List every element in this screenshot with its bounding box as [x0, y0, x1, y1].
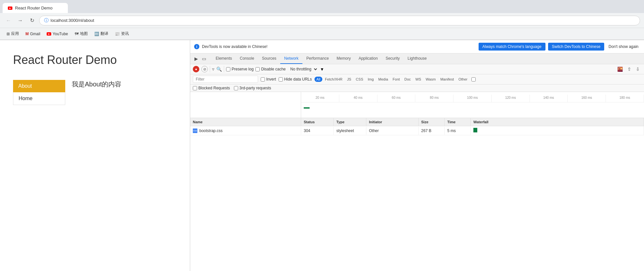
bookmark-youtube[interactable]: YouTube	[44, 31, 70, 37]
address-bar[interactable]: ⓘ localhost:3000/nl/about	[39, 16, 640, 25]
notification-text: DevTools is now available in Chinese!	[202, 44, 476, 49]
tab-application[interactable]: Application	[355, 53, 382, 64]
bookmark-youtube-label: YouTube	[53, 32, 68, 36]
bookmark-translate[interactable]: 🔤 翻译	[92, 30, 111, 38]
th-time[interactable]: Time	[445, 118, 471, 126]
reload-button[interactable]: ↻	[27, 16, 37, 25]
tab-title: React Router Demo	[15, 6, 53, 10]
disable-cache-checkbox[interactable]	[255, 67, 260, 71]
th-waterfall[interactable]: Waterfall	[471, 118, 644, 126]
filter-input[interactable]	[193, 76, 258, 83]
bookmark-news[interactable]: 📰 资讯	[112, 30, 131, 38]
filter-icon[interactable]: ▿	[212, 67, 214, 72]
disable-cache-text: Disable cache	[261, 67, 285, 71]
filter-btn-fetch-xhr[interactable]: Fetch/XHR	[323, 77, 345, 82]
row-name: bootstrap.css	[199, 128, 222, 133]
nav-item-home[interactable]: Home	[13, 92, 65, 105]
record-button[interactable]: ●	[193, 66, 199, 72]
throttle-select[interactable]: No throttling	[288, 66, 318, 72]
th-size[interactable]: Size	[419, 118, 445, 126]
filter-btn-css[interactable]: CSS	[354, 77, 365, 82]
filter-btn-all[interactable]: All	[314, 77, 322, 82]
page-content: React Router Demo About Home 我是About的内容	[0, 40, 190, 271]
export-har-icon[interactable]: ⇩	[634, 66, 641, 73]
forward-button[interactable]: →	[16, 16, 25, 25]
bookmark-apps[interactable]: ⊞ 应用	[4, 30, 22, 38]
back-button[interactable]: ←	[4, 16, 13, 25]
filter-bar: Invert Hide data URLs All Fetch/XHR JS C…	[190, 74, 644, 84]
tab-security[interactable]: Security	[382, 53, 404, 64]
tick-180ms: 180 ms	[606, 95, 644, 102]
invert-checkbox[interactable]	[261, 77, 265, 82]
throttle-dropdown-icon: ▼	[320, 67, 324, 72]
filter-btn-doc[interactable]: Doc	[403, 77, 413, 82]
preserve-log-checkbox[interactable]	[226, 67, 230, 71]
invert-text: Invert	[266, 77, 276, 82]
tab-console[interactable]: Console	[236, 53, 258, 64]
match-language-button[interactable]: Always match Chrome's language	[479, 43, 545, 51]
bookmark-gmail[interactable]: M Gmail	[23, 31, 43, 37]
td-time: 5 ms	[445, 127, 471, 135]
invert-label[interactable]: Invert	[261, 77, 276, 82]
filter-btn-wasm[interactable]: Wasm	[424, 77, 438, 82]
tab-memory[interactable]: Memory	[333, 53, 355, 64]
tick-160ms: 160 ms	[568, 95, 606, 102]
th-status[interactable]: Status	[301, 118, 334, 126]
filter-btn-other[interactable]: Other	[456, 77, 469, 82]
youtube-icon	[47, 32, 51, 36]
preserve-log-label[interactable]: Preserve log	[226, 67, 253, 71]
blocked-requests-checkbox[interactable]	[193, 86, 197, 90]
third-party-label[interactable]: 3rd-party requests	[234, 86, 271, 90]
bookmark-gmail-label: Gmail	[30, 32, 40, 36]
url-text: localhost:3000/nl/about	[51, 18, 94, 23]
filter-btn-img[interactable]: Img	[366, 77, 376, 82]
tab-sources[interactable]: Sources	[258, 53, 280, 64]
th-initiator[interactable]: Initiator	[366, 118, 419, 126]
tab-lighthouse[interactable]: Lighthouse	[404, 53, 431, 64]
dont-show-again-button[interactable]: Don't show again	[607, 43, 640, 51]
filter-btn-manifest[interactable]: Manifest	[438, 77, 456, 82]
import-har-icon[interactable]: ⇧	[626, 66, 633, 73]
has-blocked-label[interactable]	[471, 77, 476, 82]
toolbar-separator-1	[210, 66, 210, 72]
translate-icon: 🔤	[94, 32, 99, 36]
td-name: css bootstrap.css	[190, 127, 301, 135]
blocked-requests-text: Blocked Requests	[198, 86, 230, 90]
filter-btn-font[interactable]: Font	[391, 77, 402, 82]
nav-item-about[interactable]: About	[13, 80, 65, 92]
third-party-text: 3rd-party requests	[239, 86, 271, 90]
active-tab[interactable]: React Router Demo	[3, 3, 68, 13]
th-name[interactable]: Name	[190, 118, 301, 126]
page-body: 我是About的内容	[72, 80, 121, 89]
switch-to-chinese-button[interactable]: Switch DevTools to Chinese	[548, 43, 605, 51]
blocked-requests-label[interactable]: Blocked Requests	[193, 86, 230, 90]
devtools-icons: ▶ ▭	[192, 54, 209, 64]
tick-40ms: 40 ms	[339, 95, 377, 102]
table-row[interactable]: css bootstrap.css 304 stylesheet Other 2…	[190, 126, 644, 135]
hide-data-urls-text: Hide data URLs	[284, 77, 312, 82]
bookmarks-bar: ⊞ 应用 M Gmail YouTube 🗺 地图 🔤 翻译 📰 资讯	[0, 28, 644, 40]
filter-btn-media[interactable]: Media	[376, 77, 390, 82]
tick-140ms: 140 ms	[530, 95, 568, 102]
hide-data-urls-label[interactable]: Hide data URLs	[279, 77, 312, 82]
tab-elements[interactable]: Elements	[212, 53, 236, 64]
filter-btn-ws[interactable]: WS	[413, 77, 423, 82]
disable-cache-label[interactable]: Disable cache	[255, 67, 285, 71]
inspect-element-button[interactable]: ▶	[193, 55, 200, 62]
hide-data-urls-checkbox[interactable]	[279, 77, 283, 82]
third-party-checkbox[interactable]	[234, 86, 238, 90]
tab-bar: React Router Demo	[0, 0, 644, 13]
th-type[interactable]: Type	[334, 118, 366, 126]
network-toolbar: ● ⊘ ▿ 🔍 Preserve log Disable cache No th…	[190, 64, 644, 74]
search-icon[interactable]: 🔍	[216, 67, 222, 72]
has-blocked-checkbox[interactable]	[471, 77, 476, 82]
filter-btn-js[interactable]: JS	[345, 77, 353, 82]
network-conditions-icon[interactable]: 🌇	[616, 66, 624, 73]
clear-button[interactable]: ⊘	[201, 66, 208, 72]
tab-network[interactable]: Network	[280, 53, 302, 64]
bookmark-maps-label: 地图	[80, 31, 88, 37]
timeline-area: 20 ms 40 ms 60 ms 80 ms 100 ms 120 ms 14…	[190, 92, 644, 118]
device-toolbar-button[interactable]: ▭	[200, 55, 208, 62]
bookmark-maps[interactable]: 🗺 地图	[72, 30, 90, 38]
tab-performance[interactable]: Performance	[302, 53, 333, 64]
